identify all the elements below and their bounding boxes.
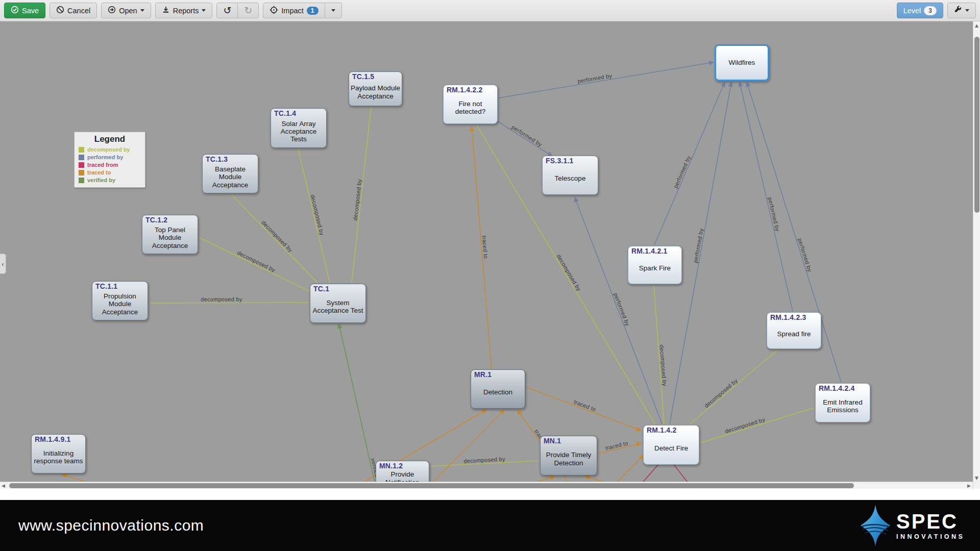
impact-dropdown-button[interactable] — [325, 3, 342, 18]
edge-line — [150, 303, 309, 303]
diagram-canvas[interactable]: performed byperformed byperformed byperf… — [0, 21, 980, 489]
edge-line — [526, 387, 641, 431]
footer-bar: www.specinnovations.com SPEC INNOVATIONS — [0, 500, 980, 551]
edge-label: performed by — [510, 124, 543, 148]
node-label: Fire not detected? — [445, 100, 496, 116]
brand-name: SPEC — [896, 511, 965, 532]
vertical-scrollbar[interactable]: ▲ ▼ — [973, 21, 980, 489]
legend-item: performed by — [79, 154, 141, 160]
node-RM.1.4.2[interactable]: RM.1.4.2Detect Fire — [643, 425, 699, 465]
legend-label: performed by — [87, 154, 123, 160]
node-label: Detection — [483, 388, 512, 396]
node-TC.1.1[interactable]: TC.1.1Propulsion Module Acceptance — [92, 281, 148, 320]
legend-item: traced to — [79, 169, 141, 176]
node-id: MN.1 — [544, 437, 561, 445]
node-label: Detect Fire — [654, 444, 688, 452]
edge-line — [426, 410, 504, 489]
redo-icon: ↻ — [244, 6, 252, 15]
edge-line — [700, 408, 815, 443]
edge-label: decomposed by — [236, 249, 277, 273]
node-RM.1.4.2.3[interactable]: RM.1.4.2.3Spread fire — [767, 312, 821, 349]
node-id: RM.1.4.2.2 — [447, 86, 482, 94]
node-RM.1.4.2.2[interactable]: RM.1.4.2.2Fire not detected? — [443, 85, 498, 124]
scroll-left-arrow-icon[interactable]: ◀ — [2, 483, 5, 488]
edge-label: decomposed by — [201, 296, 242, 302]
node-wildfires[interactable]: Wildfires — [715, 44, 769, 81]
save-label: Save — [22, 7, 39, 15]
node-TC.1.4[interactable]: TC.1.4Solar Array Acceptance Tests — [271, 108, 327, 148]
node-MN.1[interactable]: MN.1Provide Timely Detection — [540, 436, 597, 475]
node-id: FS.3.1.1 — [546, 157, 574, 165]
edge-line — [654, 82, 725, 245]
node-TC.1[interactable]: TC.1System Acceptance Test — [310, 284, 366, 323]
legend-label: verified by — [87, 177, 115, 183]
horizontal-scroll-thumb[interactable] — [9, 483, 854, 488]
cancel-label: Cancel — [67, 7, 90, 15]
node-label: System Acceptance Test — [312, 299, 364, 315]
node-id: RM.1.4.2.3 — [770, 314, 806, 322]
cancel-button[interactable]: Cancel — [50, 3, 97, 18]
website-url: www.specinnovations.com — [18, 517, 204, 534]
scroll-down-arrow-icon[interactable]: ▼ — [975, 475, 978, 481]
node-label: Solar Array Acceptance Tests — [273, 120, 325, 143]
node-id: TC.1 — [313, 285, 329, 293]
node-TC.1.2[interactable]: TC.1.2Top Panel Module Acceptance — [142, 215, 198, 254]
ban-icon — [56, 6, 64, 15]
wrench-icon — [954, 6, 962, 15]
edge-line — [499, 62, 714, 98]
node-MR.1[interactable]: MR.1Detection — [471, 369, 525, 409]
node-TC.1.3[interactable]: TC.1.3Baseplate Module Acceptance — [202, 154, 258, 193]
node-id: TC.1.4 — [274, 110, 296, 118]
node-label: Spark Fire — [639, 264, 671, 272]
node-FS.3.1.1[interactable]: FS.3.1.1Telescope — [542, 156, 598, 195]
scroll-right-arrow-icon[interactable]: ▶ — [967, 483, 971, 488]
undo-icon: ↺ — [223, 6, 231, 15]
node-id: TC.1.2 — [145, 216, 167, 224]
open-button[interactable]: Open — [101, 3, 151, 18]
settings-button[interactable] — [947, 3, 976, 18]
edge-label: decomposed by — [260, 219, 294, 254]
level-count-badge: 3 — [924, 6, 937, 15]
redo-button[interactable]: ↻ — [237, 3, 259, 18]
node-label: Wildfires — [729, 59, 755, 66]
node-label: Top Panel Module Acceptance — [144, 226, 196, 249]
horizontal-scrollbar[interactable]: ◀ ▶ — [0, 482, 973, 489]
node-id: RM.1.4.2.4 — [819, 385, 854, 393]
vertical-scroll-thumb[interactable] — [974, 37, 979, 213]
toolbar: Save Cancel Open Reports ↺ ↻ Impact 1 — [0, 0, 980, 21]
edge-line — [200, 238, 310, 291]
impact-label: Impact — [281, 7, 304, 15]
level-button[interactable]: Level 3 — [897, 3, 943, 18]
legend: Legend decomposed byperformed bytraced f… — [74, 132, 145, 188]
node-RM.1.4.9.1[interactable]: RM.1.4.9.1Initializing response teams — [31, 434, 86, 473]
node-id: MN.1.2 — [379, 462, 403, 470]
scroll-up-arrow-icon[interactable]: ▲ — [975, 23, 978, 28]
node-label: Propulsion Module Acceptance — [94, 292, 146, 316]
legend-swatch — [79, 155, 84, 160]
node-id: RM.1.4.2 — [647, 427, 676, 435]
node-RM.1.4.2.1[interactable]: RM.1.4.2.1Spark Fire — [628, 246, 682, 284]
edge-label: performed by — [612, 292, 631, 327]
node-TC.1.5[interactable]: TC.1.5Payload Module Acceptance — [349, 71, 402, 106]
legend-title: Legend — [79, 134, 141, 144]
chevron-down-icon — [140, 9, 144, 12]
node-id: MR.1 — [474, 371, 492, 379]
spec-diamond-icon — [860, 504, 891, 547]
save-button[interactable]: Save — [4, 3, 45, 18]
legend-label: traced from — [87, 162, 118, 168]
node-RM.1.4.2.4[interactable]: RM.1.4.2.4Emit Infrared Emissions — [815, 383, 870, 422]
edge-line — [690, 350, 777, 424]
panel-collapse-handle[interactable]: ‹ — [0, 254, 6, 274]
reports-label: Reports — [173, 7, 199, 15]
legend-swatch — [79, 162, 84, 168]
edge-line — [298, 149, 330, 283]
target-icon — [270, 6, 278, 16]
edge-line — [339, 324, 376, 489]
reports-button[interactable]: Reports — [155, 3, 213, 18]
legend-label: traced to — [87, 169, 111, 176]
impact-button[interactable]: Impact 1 — [263, 3, 325, 18]
chevron-down-icon — [331, 9, 335, 12]
undo-button[interactable]: ↺ — [216, 3, 238, 18]
impact-count-badge: 1 — [307, 7, 318, 15]
edge-line — [498, 121, 552, 156]
